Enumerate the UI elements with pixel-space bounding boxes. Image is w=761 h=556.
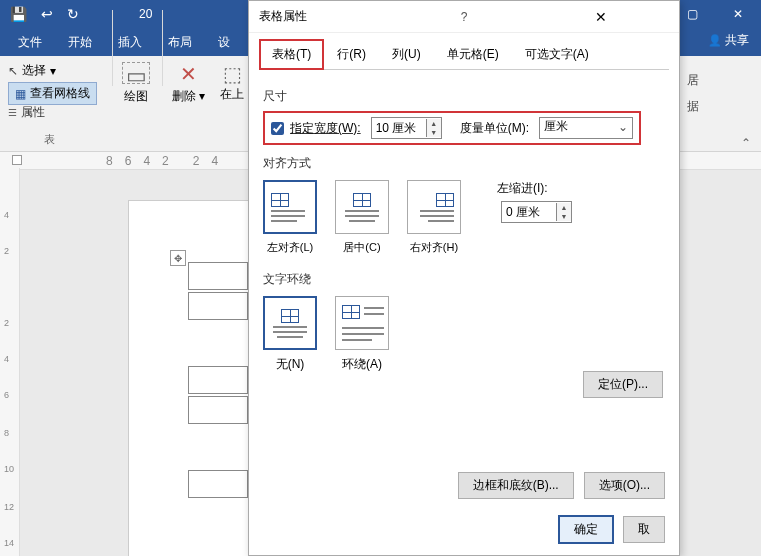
align-center-label: 居中(C): [343, 240, 380, 255]
table-move-handle-icon[interactable]: ✥: [170, 250, 186, 266]
window-close-icon[interactable]: ✕: [715, 0, 761, 28]
wrap-none-option[interactable]: 无(N): [263, 296, 317, 373]
align-center-option[interactable]: 居中(C): [335, 180, 389, 255]
options-button[interactable]: 选项(O)...: [584, 472, 665, 499]
dialog-close-icon[interactable]: ✕: [532, 9, 669, 25]
tab-marker[interactable]: [12, 155, 22, 165]
redo-icon[interactable]: ↻: [67, 6, 79, 22]
wrap-around-option[interactable]: 环绕(A): [335, 296, 389, 373]
align-right-label: 右对齐(H): [410, 240, 458, 255]
table-align-left-icon: [271, 193, 289, 207]
insert-above-button[interactable]: 在上: [220, 62, 244, 103]
collapse-ribbon-icon[interactable]: ⌃: [741, 136, 751, 150]
save-icon[interactable]: 💾: [10, 6, 27, 22]
align-right-option[interactable]: 右对齐(H): [407, 180, 461, 255]
tab-alt-text[interactable]: 可选文字(A): [512, 39, 602, 69]
tab-table[interactable]: 表格(T): [259, 39, 324, 70]
ok-button[interactable]: 确定: [559, 516, 613, 543]
ribbon-group-table-label: 表: [44, 132, 55, 147]
chevron-down-icon: ▾: [50, 64, 56, 78]
borders-shading-button[interactable]: 边框和底纹(B)...: [458, 472, 574, 499]
specify-width-checkbox[interactable]: [271, 122, 284, 135]
tab-cell[interactable]: 单元格(E): [434, 39, 512, 69]
table-properties-dialog: 表格属性 ? ✕ 表格(T) 行(R) 列(U) 单元格(E) 可选文字(A) …: [248, 0, 680, 556]
chevron-down-icon: ▾: [196, 89, 205, 103]
wrap-around-label: 环绕(A): [342, 356, 382, 373]
document-table[interactable]: [186, 260, 250, 500]
table-row: [188, 470, 248, 498]
section-align-label: 对齐方式: [263, 155, 665, 172]
spinner-up-icon[interactable]: ▲: [557, 203, 571, 212]
table-row: [188, 262, 248, 290]
width-input[interactable]: [372, 118, 426, 138]
undo-icon[interactable]: ↩: [41, 6, 53, 22]
indent-spinner[interactable]: ▲▼: [501, 201, 572, 223]
tab-file[interactable]: 文件: [14, 28, 46, 57]
positioning-button[interactable]: 定位(P)...: [583, 371, 663, 398]
table-properties-button[interactable]: 属性: [8, 104, 45, 121]
tab-layout[interactable]: 布局: [164, 28, 196, 57]
tab-home[interactable]: 开始: [64, 28, 96, 57]
section-size-label: 尺寸: [263, 88, 665, 105]
vertical-ruler: 4 2 2 4 6 8 10 12 14: [0, 168, 20, 556]
dialog-help-icon[interactable]: ?: [396, 10, 533, 24]
table-align-right-icon: [436, 193, 454, 207]
spinner-down-icon[interactable]: ▼: [427, 128, 441, 137]
section-wrap-label: 文字环绕: [263, 271, 665, 288]
wrap-none-icon: [281, 309, 299, 323]
specify-width-label: 指定宽度(W):: [290, 120, 361, 137]
spinner-down-icon[interactable]: ▼: [557, 212, 571, 221]
cancel-button[interactable]: 取: [623, 516, 665, 543]
indent-input[interactable]: [502, 202, 556, 222]
tab-insert[interactable]: 插入: [114, 28, 146, 57]
wrap-none-label: 无(N): [276, 356, 305, 373]
left-indent-label: 左缩进(I):: [497, 180, 572, 197]
tab-column[interactable]: 列(U): [379, 39, 434, 69]
delete-button[interactable]: ✕删除 ▾: [172, 62, 205, 105]
dialog-title: 表格属性: [259, 8, 396, 25]
tab-row[interactable]: 行(R): [324, 39, 379, 69]
share-button[interactable]: 共享: [708, 32, 749, 49]
table-align-center-icon: [353, 193, 371, 207]
select-button[interactable]: 选择 ▾: [8, 62, 56, 79]
unit-label: 度量单位(M):: [460, 120, 529, 137]
align-left-label: 左对齐(L): [267, 240, 313, 255]
draw-table-button[interactable]: 绘图: [122, 62, 150, 105]
wrap-around-icon: [342, 305, 360, 319]
table-row: [188, 292, 248, 320]
tab-design[interactable]: 设: [214, 28, 234, 57]
document-title: 20: [139, 7, 152, 21]
table-row: [188, 366, 248, 394]
view-gridlines-button[interactable]: 查看网格线: [8, 82, 97, 105]
ribbon-fragment: 据: [687, 98, 699, 115]
table-row: [188, 396, 248, 424]
width-spinner[interactable]: ▲▼: [371, 117, 442, 139]
spinner-up-icon[interactable]: ▲: [427, 119, 441, 128]
ribbon-fragment: 居: [687, 72, 699, 89]
align-left-option[interactable]: 左对齐(L): [263, 180, 317, 255]
unit-select[interactable]: 厘米: [539, 117, 633, 139]
delete-x-icon: ✕: [172, 62, 205, 86]
